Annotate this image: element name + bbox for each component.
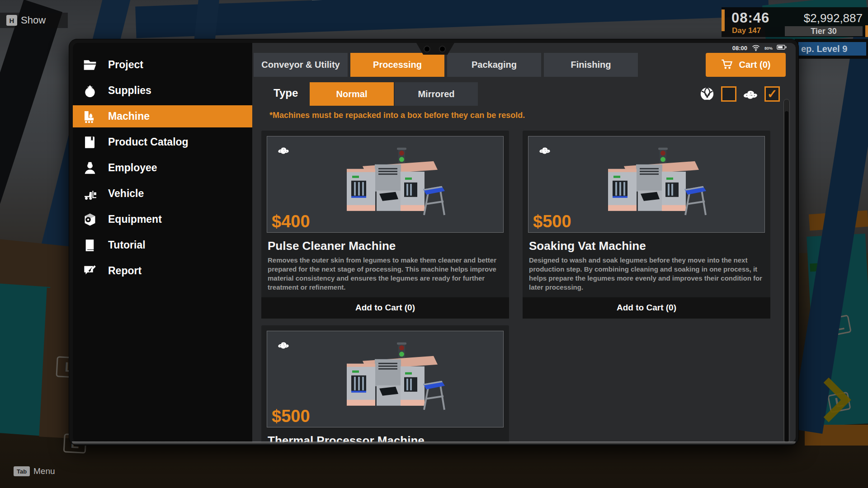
tab-processing[interactable]: Processing <box>350 53 444 77</box>
sidebar-item-vehicle[interactable]: Vehicle <box>73 183 252 205</box>
sidebar-item-employee[interactable]: Employee <box>73 157 252 179</box>
sidebar-item-report[interactable]: Report <box>73 260 252 282</box>
show-label: Show <box>21 14 46 26</box>
legume-icon <box>274 144 292 156</box>
menu-label: Menu <box>33 466 55 476</box>
cart-label: Cart (0) <box>739 60 770 70</box>
shop-content: Conveyor & Utility Processing Packaging … <box>252 43 796 442</box>
machine-description: Removes the outer skin from legumes to m… <box>268 256 503 292</box>
crate-gear-icon <box>83 212 97 227</box>
camera-dot <box>424 46 430 52</box>
machine-preview: $400 <box>267 136 504 233</box>
legume-icon <box>742 86 759 102</box>
category-tabs: Conveyor & Utility Processing Packaging … <box>254 53 638 77</box>
type-label: Type <box>274 87 298 99</box>
type-filter-row: Type Normal Mirrored ✓ <box>254 82 796 106</box>
cart-icon <box>721 58 733 72</box>
machine-price: $400 <box>272 212 310 231</box>
resale-notice: *Machines must be repacked into a box be… <box>269 111 525 120</box>
statusbar-time: 08:00 <box>732 45 747 52</box>
sidebar-item-label: Report <box>108 265 142 277</box>
camera-dot <box>439 46 446 52</box>
cart-button[interactable]: Cart (0) <box>706 53 786 77</box>
machine-render <box>320 147 451 219</box>
tab-finishing[interactable]: Finishing <box>544 53 638 77</box>
key-tab: Tab <box>14 466 30 476</box>
hud-clock-panel: 08:46 Day 147 $2,992,887 Tier 30 <box>722 7 868 37</box>
tab-conveyor-utility[interactable]: Conveyor & Utility <box>254 53 348 77</box>
battery-percent: 80% <box>764 46 773 51</box>
player-money: $2,992,887 <box>804 11 863 25</box>
machine-card-pulse-cleaner: $400 Pulse Cleaner Machine Removes the o… <box>261 131 509 305</box>
sidebar-item-tutorial[interactable]: Tutorial <box>73 234 252 256</box>
scrollbar-thumb[interactable] <box>785 111 788 442</box>
sidebar-item-machine[interactable]: Machine <box>73 105 252 127</box>
key-h: H <box>6 15 17 26</box>
catalog-book-icon <box>83 135 97 150</box>
sidebar-item-label: Vehicle <box>108 188 144 200</box>
sidebar-item-label: Product Catalog <box>108 136 189 148</box>
machine-name: Thermal Processor Machine <box>268 434 503 442</box>
employee-icon <box>83 161 97 175</box>
sidebar-item-label: Equipment <box>108 213 162 225</box>
clock-accent-bar <box>722 9 725 31</box>
machine-description: Designed to wash and soak legumes before… <box>529 256 764 292</box>
shop-sidebar: Project Supplies Machine Product Catalog… <box>73 43 252 442</box>
legume-icon <box>274 338 292 351</box>
tablet-statusbar: 08:00 80% <box>732 43 787 53</box>
machine-card-grid: $400 Pulse Cleaner Machine Removes the o… <box>261 131 772 442</box>
tier-accent-bar <box>865 25 868 37</box>
shop-tablet-panel: 08:00 80% Project Supplies Machine Produ… <box>69 39 799 446</box>
cabbage-icon <box>699 86 715 102</box>
game-time: 08:46 <box>731 10 769 26</box>
machine-preview: $500 <box>528 136 765 233</box>
sidebar-item-label: Tutorial <box>108 239 146 251</box>
tier-badge: Tier 30 <box>785 26 863 36</box>
machine-render <box>581 147 712 219</box>
rep-level-bar: ep. Level 9 <box>798 42 866 56</box>
machine-name: Pulse Cleaner Machine <box>268 239 503 253</box>
sidebar-item-label: Employee <box>108 162 157 174</box>
sidebar-item-equipment[interactable]: Equipment <box>73 208 252 230</box>
game-screen: L L L L H Show 08:46 Day 147 $2,992,887 … <box>0 0 868 488</box>
battery-icon <box>777 43 787 53</box>
add-to-cart-button[interactable]: Add to Cart (0) <box>261 297 509 319</box>
machine-card-soaking-vat: $500 Soaking Vat Machine Designed to was… <box>523 131 770 305</box>
type-mirrored-button[interactable]: Mirrored <box>395 82 478 106</box>
sidebar-item-label: Supplies <box>108 84 151 97</box>
sidebar-item-supplies[interactable]: Supplies <box>73 80 252 102</box>
tutorial-book-icon <box>83 238 97 253</box>
wifi-icon <box>751 44 760 53</box>
sidebar-item-label: Project <box>108 59 143 71</box>
sidebar-item-product-catalog[interactable]: Product Catalog <box>73 131 252 153</box>
machine-render <box>320 342 451 413</box>
legume-filter-checkbox[interactable]: ✓ <box>764 86 780 102</box>
content-scrollbar <box>783 99 790 442</box>
hud-menu-hint: Tab Menu <box>14 466 55 476</box>
cabbage-filter-checkbox[interactable] <box>721 86 736 102</box>
hud-show-hint: H Show <box>0 13 68 28</box>
chat-pencil-icon <box>83 264 97 278</box>
folder-icon <box>83 58 97 72</box>
tomato-icon <box>83 84 97 98</box>
legume-icon <box>536 144 554 156</box>
rep-level-container: ep. Level 9 <box>795 39 868 59</box>
machine-icon <box>83 109 97 124</box>
add-to-cart-button[interactable]: Add to Cart (0) <box>523 297 770 319</box>
machine-price: $500 <box>533 212 571 231</box>
forklift-icon <box>83 187 97 201</box>
sidebar-item-project[interactable]: Project <box>73 54 252 76</box>
machine-price: $500 <box>272 407 310 426</box>
sidebar-item-label: Machine <box>108 110 150 122</box>
tab-packaging[interactable]: Packaging <box>447 53 541 77</box>
type-normal-button[interactable]: Normal <box>310 82 394 106</box>
machine-preview: $500 <box>267 331 504 427</box>
game-day: Day 147 <box>732 26 761 35</box>
machine-name: Soaking Vat Machine <box>529 239 764 253</box>
machine-card-thermal-processor: $500 Thermal Processor Machine <box>261 325 509 442</box>
material-filters: ✓ <box>699 86 780 102</box>
